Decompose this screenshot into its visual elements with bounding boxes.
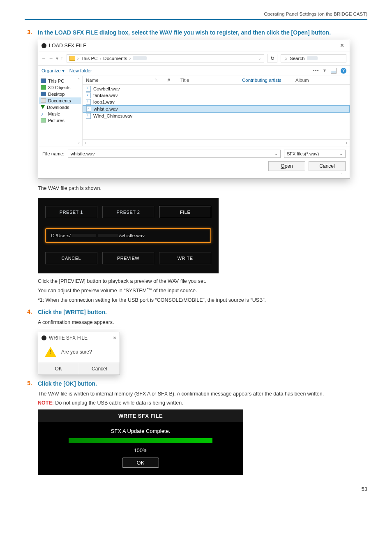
sort-icon: ⌃	[154, 78, 157, 82]
step-4-heading: Click the [WRITE] button.	[38, 308, 367, 316]
search-icon: ⌕	[284, 56, 287, 61]
dialog-title: LOAD SFX FILE	[49, 43, 87, 49]
breadcrumb-seg[interactable]: Documents	[103, 56, 127, 61]
dialog-titlebar: WRITE SFX FILE ×	[38, 332, 120, 344]
write-button[interactable]: WRITE	[159, 252, 211, 264]
filename-input[interactable]: whistle.wav ⌄	[68, 150, 281, 158]
step-3: 3. In the LOAD SFX FILE dialog box, sele…	[25, 29, 367, 37]
redacted-text	[133, 56, 147, 60]
note-text: NOTE: Do not unplug the USB cable while …	[38, 399, 367, 407]
file-name: whistle.wav	[94, 106, 118, 111]
ok-button[interactable]: OK	[122, 458, 159, 468]
file-row[interactable]: Cowbell.wav	[83, 86, 350, 92]
breadcrumb[interactable]: › This PC › Documents › ⌄	[67, 54, 264, 62]
cancel-button[interactable]: Cancel	[79, 363, 120, 375]
tab-file[interactable]: FILE	[159, 206, 211, 218]
chevron-down-icon[interactable]: ⌄	[274, 151, 278, 156]
tree-item-desktop[interactable]: Desktop	[39, 91, 81, 97]
path-prefix: C:/Users/	[51, 233, 71, 238]
filename-value: whistle.wav	[71, 151, 95, 156]
view-dropdown-icon[interactable]: ▼	[323, 68, 327, 73]
file-row[interactable]: fanfare.wav	[83, 92, 350, 99]
dialog-titlebar: LOAD SFX FILE ×	[38, 40, 350, 51]
file-list: Name⌃ # Title Contributing artists Album…	[83, 76, 350, 146]
back-icon[interactable]: ←	[42, 56, 46, 61]
scroll-right-icon[interactable]: ›	[346, 141, 347, 145]
col-number[interactable]: #	[161, 76, 177, 84]
ok-button[interactable]: OK	[38, 363, 79, 375]
audio-file-icon	[86, 92, 91, 98]
filename-label: File name:	[42, 151, 65, 156]
redacted-text	[98, 234, 118, 237]
col-contributing-artists[interactable]: Contributing artists	[239, 76, 292, 84]
progress-bar	[69, 438, 212, 443]
chevron-down-icon[interactable]: ⌄	[339, 151, 343, 156]
refresh-button[interactable]: ↻	[267, 54, 277, 63]
audio-file-icon	[86, 86, 91, 92]
tree-label: Music	[48, 111, 60, 116]
tree-item-downloads[interactable]: Downloads	[39, 104, 81, 111]
step-3-heading: In the LOAD SFX FILE dialog box, select …	[38, 29, 367, 37]
step-number: 5.	[25, 380, 32, 388]
app-icon	[42, 335, 46, 340]
tree-scrollbar[interactable]: ⌃⌄	[76, 78, 81, 144]
file-row[interactable]: whistle.wav	[83, 105, 350, 113]
note-label: NOTE:	[38, 400, 54, 406]
horizontal-scrollbar[interactable]: ‹ ›	[83, 139, 350, 146]
breadcrumb-seg[interactable]: This PC	[81, 56, 98, 61]
dialog-title: WRITE SFX FILE	[49, 335, 88, 341]
col-name[interactable]: Name⌃	[83, 76, 161, 84]
tree-item-documents[interactable]: Documents	[39, 97, 81, 104]
tree-item-3d[interactable]: 3D Objects	[39, 84, 81, 91]
warning-icon	[45, 347, 56, 357]
file-name: fanfare.wav	[93, 93, 118, 98]
chevron-right-icon: ›	[77, 56, 79, 61]
preview-pane-icon[interactable]	[331, 68, 337, 74]
open-button[interactable]: Open	[268, 161, 305, 171]
folder-icon	[69, 56, 75, 61]
help-icon[interactable]: ?	[341, 68, 346, 74]
page-number: 53	[25, 486, 367, 492]
cancel-button[interactable]: Cancel	[309, 161, 346, 171]
tree-item-pictures[interactable]: Pictures	[39, 117, 81, 124]
view-options-icon[interactable]	[313, 70, 318, 71]
load-sfx-dialog: LOAD SFX FILE × ← → ▾ ↑ › This PC › Docu…	[38, 40, 350, 179]
filetype-select[interactable]: SFX files(*.wav) ⌄	[284, 150, 346, 158]
tab-preset1[interactable]: PRESET 1	[45, 206, 97, 218]
file-name: Wind_Chimes.wav	[93, 113, 132, 118]
tree-item-music[interactable]: ♪Music	[39, 111, 81, 117]
body-text: A confirmation message appears.	[38, 319, 367, 326]
step-number: 3.	[25, 29, 32, 37]
app-icon	[42, 43, 46, 48]
audio-file-icon	[86, 106, 91, 112]
close-icon[interactable]: ×	[338, 42, 346, 49]
chevron-down-icon[interactable]: ⌄	[258, 56, 261, 60]
col-album[interactable]: Album	[292, 76, 350, 84]
audio-file-icon	[86, 113, 91, 119]
up-icon[interactable]: ↑	[61, 56, 63, 61]
recent-icon[interactable]: ▾	[56, 56, 58, 61]
new-folder-button[interactable]: New folder	[69, 68, 92, 73]
close-icon[interactable]: ×	[113, 335, 116, 341]
organize-menu[interactable]: Organize ▾	[42, 68, 65, 74]
file-row[interactable]: loop1.wav	[83, 99, 350, 105]
forward-icon[interactable]: →	[49, 56, 54, 61]
scroll-left-icon[interactable]: ‹	[85, 141, 86, 145]
redacted-text	[71, 234, 96, 237]
step-5: 5. Click the [OK] button.	[25, 380, 367, 388]
path-suffix: /whistle.wav	[119, 233, 145, 238]
col-title[interactable]: Title	[177, 76, 239, 84]
audio-file-icon	[86, 99, 91, 105]
preview-button[interactable]: PREVIEW	[102, 252, 154, 264]
file-row[interactable]: Wind_Chimes.wav	[83, 113, 350, 119]
body-text: *1: When the connection setting for the …	[38, 296, 367, 304]
document-icon	[41, 98, 46, 103]
progress-percent: 100%	[38, 443, 243, 458]
file-path-field[interactable]: C:/Users/ /whistle.wav	[45, 228, 211, 243]
tree-item-this-pc[interactable]: This PC	[39, 78, 81, 84]
sfx-file-panel: PRESET 1 PRESET 2 FILE C:/Users/ /whistl…	[38, 198, 219, 273]
tab-preset2[interactable]: PRESET 2	[102, 206, 154, 218]
tree-label: Desktop	[48, 92, 65, 97]
cancel-button[interactable]: CANCEL	[45, 252, 97, 264]
search-input[interactable]: ⌕ Search	[281, 54, 346, 62]
